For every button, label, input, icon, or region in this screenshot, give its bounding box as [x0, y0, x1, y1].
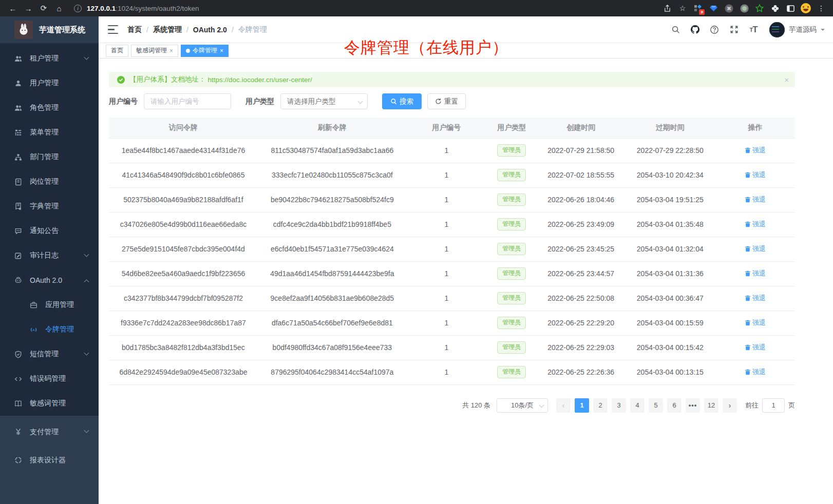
close-icon[interactable]: × [220, 48, 223, 54]
browser-menu-icon[interactable]: ⋮ [815, 2, 828, 15]
page-button-12[interactable]: 12 [704, 398, 718, 413]
page-button-3[interactable]: 3 [612, 398, 626, 413]
sidebar-menu-bottom: 支付管理报表设计器 [0, 416, 99, 504]
extension-command-icon[interactable]: ⌘ [722, 2, 735, 15]
sidebar-item-report[interactable]: 报表设计器 [0, 446, 99, 474]
goto-page-input[interactable] [762, 398, 785, 413]
doc-link[interactable]: https://doc.iocoder.cn/user-center/ [208, 76, 312, 84]
font-size-icon[interactable]: TT [746, 22, 761, 37]
sidebar-item-oauth2-token[interactable]: A令牌管理 [0, 317, 99, 342]
sidebar-item-oauth2[interactable]: OAuth 2.0 [0, 268, 99, 293]
profile-avatar-icon[interactable] [799, 2, 812, 15]
sidebar-toggle-icon[interactable] [784, 2, 797, 15]
breadcrumb-system[interactable]: 系统管理 [153, 25, 182, 34]
browser-back-icon[interactable]: ← [5, 2, 21, 15]
force-logout-button[interactable]: 强退 [745, 244, 766, 254]
search-button[interactable]: 搜索 [382, 93, 422, 109]
sidebar-item-menu[interactable]: 菜单管理 [0, 120, 99, 145]
share-icon[interactable] [660, 2, 674, 15]
force-logout-button[interactable]: 强退 [745, 318, 766, 327]
chevron-up-icon [84, 279, 89, 284]
sidebar-item-role[interactable]: 角色管理 [0, 95, 99, 120]
chevron-down-icon [84, 54, 89, 60]
user-id-input[interactable] [144, 93, 231, 109]
page-size-select[interactable]: 10条/页 [497, 398, 548, 413]
extension-clover-icon[interactable] [768, 2, 782, 15]
more-pages-button[interactable]: ••• [686, 398, 700, 413]
tab-token[interactable]: 令牌管理 × [181, 45, 229, 57]
prev-page-button[interactable]: ‹ [556, 398, 571, 413]
extension-dot-icon[interactable] [737, 2, 751, 15]
doc-alert: 【用户体系】文档地址： https://doc.iocoder.cn/user-… [109, 72, 795, 87]
extension-gem-icon[interactable] [707, 2, 720, 15]
page-button-1[interactable]: 1 [575, 398, 589, 413]
open-book-icon [13, 399, 23, 408]
user-type-cell: 管理员 [486, 163, 537, 187]
page-button-5[interactable]: 5 [649, 398, 663, 413]
create-time-cell: 2022-06-25 23:45:25 [537, 237, 625, 261]
force-logout-button[interactable]: 强退 [745, 195, 766, 204]
sidebar-item-audit[interactable]: 审计日志 [0, 243, 99, 268]
sidebar-item-errorcode[interactable]: 错误码管理 [0, 366, 99, 391]
create-time-cell: 2022-07-29 21:58:50 [537, 138, 625, 163]
sidebar-item-dict[interactable]: 字典管理 [0, 194, 99, 219]
table-row: 502375b8040a469a9b82188afdf6af1fbe90422b… [109, 187, 795, 212]
force-logout-button[interactable]: 强退 [745, 367, 766, 377]
github-icon[interactable] [687, 22, 703, 37]
user-type-badge: 管理员 [497, 243, 526, 255]
action-cell: 强退 [715, 360, 795, 384]
force-logout-button[interactable]: 强退 [745, 343, 766, 352]
sidebar-item-pay[interactable]: 支付管理 [0, 418, 99, 446]
tab-sensitive-word[interactable]: 敏感词管理 × [131, 45, 178, 57]
tab-home[interactable]: 首页 [106, 45, 128, 57]
sidebar-item-sms[interactable]: 短信管理 [0, 342, 99, 366]
briefcase-icon [29, 301, 38, 309]
force-logout-button[interactable]: 强退 [745, 146, 766, 155]
next-page-button[interactable]: › [723, 398, 737, 413]
sidebar-item-oauth2-app[interactable]: 应用管理 [0, 293, 99, 317]
page-button-4[interactable]: 4 [630, 398, 645, 413]
reset-button[interactable]: 重置 [427, 93, 466, 109]
page-button-6[interactable]: 6 [667, 398, 681, 413]
table-row: 6d842e2924594de9a09e45e087323abe8796295f… [109, 360, 795, 384]
browser-home-icon[interactable]: ⌂ [51, 2, 67, 15]
sidebar-item-label: 支付管理 [30, 428, 59, 437]
browser-forward-icon[interactable]: → [21, 2, 36, 15]
sidebar-item-tenant[interactable]: 租户管理 [0, 46, 99, 71]
user-type-select[interactable] [280, 93, 368, 109]
refresh-token-cell: 49d1aa46d1454fbd87591444423be9fa [258, 261, 407, 286]
user-dropdown[interactable]: 芋道源码 [769, 22, 825, 37]
force-logout-button[interactable]: 强退 [745, 170, 766, 180]
page-info-icon[interactable]: i [74, 5, 82, 12]
force-logout-button[interactable]: 强退 [745, 269, 766, 278]
fullscreen-icon[interactable] [726, 22, 742, 37]
force-logout-button[interactable]: 强退 [745, 294, 766, 303]
sidebar-menu: 租户管理用户管理角色管理菜单管理部门管理岗位管理字典管理通知公告审计日志OAut… [0, 43, 99, 416]
sidebar-item-label: 岗位管理 [30, 177, 59, 186]
sidebar-item-post[interactable]: 岗位管理 [0, 169, 99, 194]
bookmark-star-icon[interactable]: ☆ [676, 2, 689, 15]
app-title: 芋道管理系统 [39, 25, 85, 35]
alert-close-icon[interactable]: × [784, 75, 789, 84]
sidebar-item-user[interactable]: 用户管理 [0, 71, 99, 95]
breadcrumb-oauth[interactable]: OAuth 2.0 [193, 26, 227, 34]
search-icon[interactable] [668, 22, 683, 37]
sidebar-item-notice[interactable]: 通知公告 [0, 219, 99, 243]
close-icon[interactable]: × [169, 48, 173, 54]
page-buttons: 123456•••12 [575, 398, 718, 413]
help-icon[interactable] [707, 22, 722, 37]
browser-reload-icon[interactable]: ⟳ [36, 2, 51, 15]
breadcrumb-home[interactable]: 首页 [127, 25, 142, 34]
address-bar[interactable]: i 127.0.0.1:1024/system/oauth2/token [74, 5, 660, 12]
app-logo[interactable]: 芋道管理系统 [0, 16, 99, 43]
extension-star-icon[interactable] [753, 2, 766, 15]
user-type-cell: 管理员 [486, 138, 537, 163]
user-type-badge: 管理员 [497, 193, 526, 206]
page-button-2[interactable]: 2 [593, 398, 608, 413]
column-header: 过期时间 [625, 118, 715, 138]
extension-wallet-icon[interactable]: 9 [691, 2, 705, 15]
sidebar-item-sensitiveword[interactable]: 敏感词管理 [0, 391, 99, 416]
sidebar-item-dept[interactable]: 部门管理 [0, 145, 99, 169]
force-logout-button[interactable]: 强退 [745, 220, 766, 229]
sidebar-collapse-icon[interactable] [108, 25, 119, 34]
